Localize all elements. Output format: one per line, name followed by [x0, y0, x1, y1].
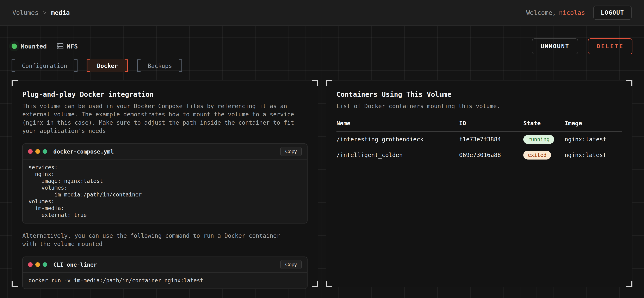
tab-label: Docker: [90, 59, 125, 72]
panel-corner-icon: [12, 80, 18, 86]
code-line: volumes:: [28, 184, 301, 191]
breadcrumb-separator: >: [43, 9, 46, 16]
welcome-text: Welcome,nicolas: [526, 9, 585, 16]
compose-code-body: services: nginx: image: nginx:latest vol…: [23, 159, 307, 223]
column-header-id: ID: [459, 120, 523, 132]
table-row: /interesting_grothendieck f1e73e7f3884 r…: [336, 132, 622, 147]
table-row: /intelligent_colden 069e73016a88 exited …: [336, 147, 622, 163]
panel-corner-icon: [626, 80, 632, 86]
status-badge: running: [523, 135, 554, 144]
tab-bracket-right: [74, 59, 78, 72]
panel-corner-icon: [326, 281, 332, 287]
delete-button[interactable]: DELETE: [588, 38, 632, 54]
container-image: nginx:latest: [565, 147, 622, 163]
tab-bracket-left: [137, 59, 140, 72]
code-line: volumes:: [28, 198, 301, 205]
tab-configuration[interactable]: Configuration: [12, 59, 78, 72]
top-bar: Volumes > media Welcome,nicolas LOGOUT: [0, 0, 644, 26]
cli-code-header: CLI one-liner Copy: [23, 257, 307, 273]
compose-code-header: docker-compose.yml Copy: [23, 144, 307, 159]
tab-docker[interactable]: Docker: [86, 59, 128, 72]
server-icon: [57, 43, 64, 50]
cli-command: docker run -v im-media:/path/in/containe…: [28, 277, 301, 284]
panel-corner-icon: [12, 281, 18, 287]
code-line: external: true: [28, 212, 301, 219]
traffic-green-icon: [42, 262, 47, 267]
panel-corner-icon: [312, 80, 318, 86]
cli-copy-button[interactable]: Copy: [280, 260, 302, 269]
code-line: image: nginx:latest: [28, 178, 301, 184]
cli-intro-text: Alternatively, you can use the following…: [22, 232, 297, 248]
traffic-yellow-icon: [35, 149, 40, 154]
containers-panel-description: List of Docker containers mounting this …: [336, 102, 611, 110]
table-header-row: Name ID State Image: [336, 120, 622, 132]
breadcrumb: Volumes > media: [12, 9, 70, 16]
cli-code-block: CLI one-liner Copy docker run -v im-medi…: [22, 257, 308, 289]
mounted-status-dot-icon: [12, 43, 17, 49]
cli-block-title: CLI one-liner: [53, 262, 97, 268]
panel-corner-icon: [626, 281, 632, 287]
compose-copy-button[interactable]: Copy: [280, 147, 302, 156]
tab-bracket-left: [86, 59, 90, 72]
welcome-prefix: Welcome,: [526, 9, 556, 16]
docker-panel-description: This volume can be used in your Docker C…: [22, 102, 297, 135]
traffic-red-icon: [28, 149, 33, 154]
column-header-state: State: [523, 120, 565, 132]
breadcrumb-volumes-link[interactable]: Volumes: [12, 9, 38, 16]
status-badge: exited: [523, 151, 551, 159]
compose-filename: docker-compose.yml: [53, 149, 114, 155]
traffic-lights-icon: [28, 262, 47, 267]
code-line: im-media:: [28, 205, 301, 212]
container-id: 069e73016a88: [459, 147, 523, 163]
containers-panel-title: Containers Using This Volume: [336, 90, 622, 98]
container-id: f1e73e7f3884: [459, 132, 523, 147]
traffic-lights-icon: [28, 149, 47, 154]
unmount-button[interactable]: UNMOUNT: [532, 38, 578, 54]
docker-panel-title: Plug-and-play Docker integration: [22, 90, 308, 98]
breadcrumb-current-volume: media: [51, 9, 70, 16]
volume-status-row: Mounted NFS UNMOUNT DELETE: [12, 26, 632, 54]
tab-bracket-right: [125, 59, 128, 72]
driver-label: NFS: [66, 43, 78, 50]
tab-label: Configuration: [15, 59, 74, 72]
cli-code-body: docker run -v im-media:/path/in/containe…: [23, 273, 307, 289]
tab-bracket-right: [179, 59, 182, 72]
column-header-name: Name: [336, 120, 459, 132]
code-line: nginx:: [28, 171, 301, 178]
container-name: /interesting_grothendieck: [336, 132, 459, 147]
mounted-status-label: Mounted: [21, 43, 47, 50]
traffic-yellow-icon: [35, 262, 40, 267]
compose-code-block: docker-compose.yml Copy services: nginx:…: [22, 144, 308, 224]
container-name: /intelligent_colden: [336, 147, 459, 163]
tab-bracket-left: [12, 59, 15, 72]
panel-corner-icon: [326, 80, 332, 86]
code-line: - im-media:/path/in/container: [28, 191, 301, 198]
tabs: Configuration Docker Backups: [12, 59, 632, 72]
tab-label: Backups: [140, 59, 179, 72]
container-image: nginx:latest: [565, 132, 622, 147]
traffic-red-icon: [28, 262, 33, 267]
panel-corner-icon: [312, 281, 318, 287]
column-header-image: Image: [565, 120, 622, 132]
tab-backups[interactable]: Backups: [137, 59, 182, 72]
code-line: services:: [28, 164, 301, 171]
containers-panel: Containers Using This Volume List of Doc…: [326, 80, 632, 287]
traffic-green-icon: [42, 149, 47, 154]
containers-table: Name ID State Image /interesting_grothen…: [336, 120, 622, 163]
docker-integration-panel: Plug-and-play Docker integration This vo…: [12, 80, 318, 287]
username: nicolas: [559, 9, 585, 16]
logout-button[interactable]: LOGOUT: [593, 5, 632, 20]
main-content: Mounted NFS UNMOUNT DELETE Configuration…: [0, 26, 644, 298]
